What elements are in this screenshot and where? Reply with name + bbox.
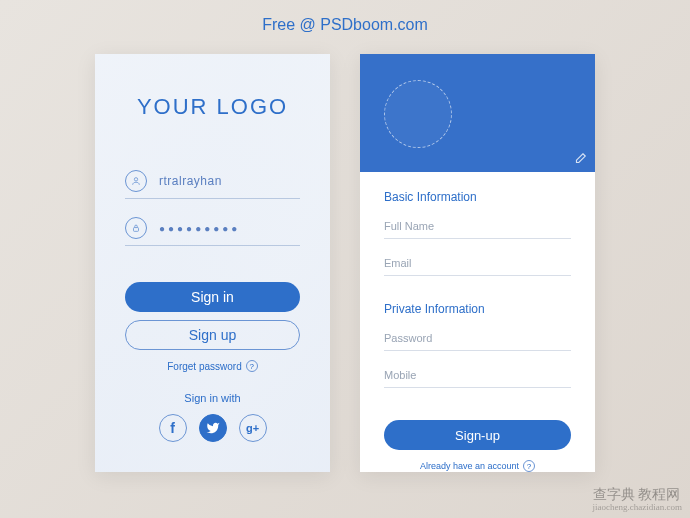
svg-rect-1 [134, 228, 139, 232]
forgot-label: Forget password [167, 361, 241, 372]
facebook-icon[interactable]: f [159, 414, 187, 442]
cards-container: YOUR LOGO ●●●●●●●●● Sign in Sign up Forg… [0, 54, 690, 472]
help-icon: ? [523, 460, 535, 472]
basic-info-label: Basic Information [384, 190, 571, 204]
avatar-placeholder[interactable] [384, 80, 452, 148]
logo-text: YOUR LOGO [137, 94, 288, 120]
fullname-input[interactable] [384, 214, 571, 239]
edit-icon[interactable] [573, 152, 587, 166]
signup-submit-button[interactable]: Sign-up [384, 420, 571, 450]
already-account-link[interactable]: Already have an account ? [360, 460, 595, 472]
watermark-main: 查字典 教程网 [593, 487, 681, 502]
signin-button[interactable]: Sign in [125, 282, 300, 312]
username-row[interactable] [125, 170, 300, 199]
user-icon [125, 170, 147, 192]
lock-icon [125, 217, 147, 239]
username-input[interactable] [159, 174, 300, 188]
password-masked[interactable]: ●●●●●●●●● [159, 223, 240, 234]
email-input[interactable] [384, 251, 571, 276]
already-label: Already have an account [420, 461, 519, 471]
password-row[interactable]: ●●●●●●●●● [125, 217, 300, 246]
twitter-icon[interactable] [199, 414, 227, 442]
help-icon: ? [246, 360, 258, 372]
signup-card: Basic Information Private Information Si… [360, 54, 595, 472]
googleplus-icon[interactable]: g+ [239, 414, 267, 442]
signin-with-label: Sign in with [184, 392, 240, 404]
social-row: f g+ [159, 414, 267, 442]
form-body: Basic Information Private Information [360, 172, 595, 406]
page-header: Free @ PSDboom.com [0, 0, 690, 34]
watermark-sub: jiaocheng.chazidian.com [593, 502, 682, 512]
signup-hero [360, 54, 595, 172]
private-info-label: Private Information [384, 302, 571, 316]
mobile-input[interactable] [384, 363, 571, 388]
login-card: YOUR LOGO ●●●●●●●●● Sign in Sign up Forg… [95, 54, 330, 472]
svg-point-0 [134, 178, 137, 181]
watermark: 查字典 教程网 jiaocheng.chazidian.com [593, 486, 682, 512]
forgot-password-link[interactable]: Forget password ? [167, 360, 257, 372]
signup-button[interactable]: Sign up [125, 320, 300, 350]
password-input[interactable] [384, 326, 571, 351]
